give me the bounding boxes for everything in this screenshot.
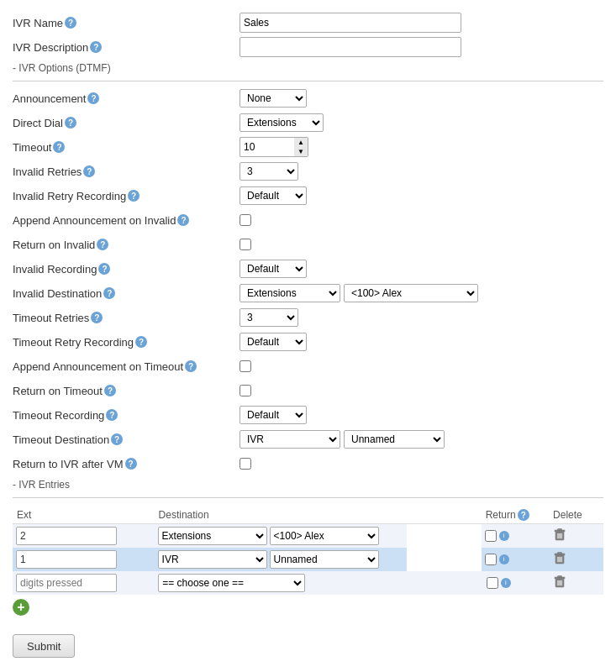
return-to-ivr-help-icon[interactable]: ? bbox=[125, 458, 137, 470]
new-return-info-icon[interactable]: i bbox=[501, 578, 511, 588]
timeout-help-icon[interactable]: ? bbox=[53, 141, 65, 153]
return-on-timeout-row: Return on Timeout ? bbox=[13, 381, 603, 401]
invalid-recording-help-icon[interactable]: ? bbox=[98, 263, 110, 275]
table-row: Extensions IVR Extensions <100> Alex i bbox=[13, 524, 603, 549]
submit-row: Submit bbox=[13, 624, 603, 658]
ivr-name-label: IVR Name ? bbox=[13, 17, 240, 29]
return-on-invalid-row: Return on Invalid ? bbox=[13, 234, 603, 255]
dest-type-select[interactable]: IVR IVR Extensions bbox=[158, 550, 267, 569]
direct-dial-select[interactable]: Extensions bbox=[240, 113, 324, 132]
append-announcement-timeout-checkbox[interactable] bbox=[240, 360, 251, 372]
append-announcement-timeout-help-icon[interactable]: ? bbox=[185, 360, 197, 372]
ivr-entries-section: Ext Destination Return ? Delete Extensio… bbox=[13, 507, 603, 616]
destination-header: Destination bbox=[155, 507, 482, 524]
timeout-retry-recording-select[interactable]: Default bbox=[240, 333, 307, 351]
invalid-retries-label: Invalid Retries ? bbox=[13, 165, 240, 178]
invalid-destination-target-select[interactable]: <100> Alex bbox=[344, 284, 478, 302]
return-checkbox[interactable] bbox=[485, 530, 497, 542]
return-to-ivr-label: Return to IVR after VM ? bbox=[13, 458, 240, 470]
new-ext-input[interactable] bbox=[16, 574, 117, 592]
ivr-name-row: IVR Name ? bbox=[13, 13, 603, 33]
svg-rect-8 bbox=[558, 552, 562, 554]
dest-target-select[interactable]: Unnamed bbox=[270, 550, 379, 569]
direct-dial-help-icon[interactable]: ? bbox=[65, 117, 76, 129]
trash-icon bbox=[552, 528, 567, 543]
timeout-recording-select[interactable]: Default bbox=[240, 406, 307, 424]
return-info-icon[interactable]: i bbox=[499, 531, 509, 541]
invalid-destination-type-select[interactable]: Extensions IVR bbox=[240, 284, 340, 302]
dest-type-select[interactable]: Extensions IVR Extensions bbox=[158, 527, 267, 545]
timeout-retries-label: Timeout Retries ? bbox=[13, 312, 240, 324]
return-on-invalid-label: Return on Invalid ? bbox=[13, 239, 240, 251]
return-on-timeout-checkbox[interactable] bbox=[240, 385, 251, 396]
delete-icon[interactable] bbox=[552, 551, 569, 568]
return-to-ivr-checkbox[interactable] bbox=[240, 458, 251, 470]
ext-input[interactable] bbox=[16, 550, 117, 569]
invalid-destination-help-icon[interactable]: ? bbox=[103, 287, 115, 299]
return-on-timeout-help-icon[interactable]: ? bbox=[104, 385, 116, 396]
append-announcement-invalid-help-icon[interactable]: ? bbox=[177, 214, 189, 226]
timeout-retry-recording-help-icon[interactable]: ? bbox=[135, 336, 147, 348]
append-announcement-invalid-checkbox[interactable] bbox=[240, 214, 251, 226]
ivr-name-input[interactable] bbox=[240, 13, 461, 33]
ext-input[interactable] bbox=[16, 527, 117, 545]
add-entry-button[interactable]: + bbox=[13, 599, 29, 616]
trash-icon bbox=[552, 551, 567, 566]
timeout-recording-row: Timeout Recording ? Default bbox=[13, 405, 603, 425]
append-announcement-timeout-label: Append Announcement on Timeout ? bbox=[13, 360, 240, 373]
timeout-destination-help-icon[interactable]: ? bbox=[111, 433, 123, 445]
ivr-description-help-icon[interactable]: ? bbox=[90, 41, 102, 53]
timeout-decrement-button[interactable]: ▼ bbox=[294, 147, 308, 156]
delete-icon[interactable] bbox=[552, 528, 569, 544]
new-delete-icon[interactable] bbox=[552, 575, 569, 591]
return-on-invalid-checkbox[interactable] bbox=[240, 239, 251, 250]
announcement-select[interactable]: None bbox=[240, 89, 307, 108]
return-on-invalid-help-icon[interactable]: ? bbox=[97, 239, 108, 250]
timeout-retries-select[interactable]: 3 bbox=[240, 308, 298, 327]
timeout-recording-label: Timeout Recording ? bbox=[13, 409, 240, 422]
new-entry-row: == choose one == Extensions IVR i bbox=[13, 571, 603, 595]
invalid-retries-select[interactable]: 3 bbox=[240, 162, 298, 181]
new-destination-select[interactable]: == choose one == Extensions IVR bbox=[158, 574, 305, 592]
announcement-help-icon[interactable]: ? bbox=[87, 92, 99, 104]
ivr-options-header: - IVR Options (DTMF) bbox=[13, 62, 603, 74]
new-entry-table: == choose one == Extensions IVR i bbox=[13, 571, 603, 595]
timeout-increment-button[interactable]: ▲ bbox=[294, 138, 308, 147]
return-header-help-icon[interactable]: ? bbox=[518, 509, 529, 521]
svg-rect-2 bbox=[558, 528, 562, 530]
return-cell: i bbox=[485, 554, 545, 565]
entries-table: Ext Destination Return ? Delete Extensio… bbox=[13, 507, 603, 571]
timeout-destination-type-select[interactable]: IVR Extensions bbox=[240, 430, 340, 449]
new-return-checkbox[interactable] bbox=[487, 577, 498, 589]
trash-icon bbox=[552, 575, 567, 590]
ivr-description-input[interactable] bbox=[240, 37, 461, 57]
submit-button[interactable]: Submit bbox=[13, 634, 75, 658]
invalid-retries-help-icon[interactable]: ? bbox=[83, 165, 95, 177]
ivr-description-row: IVR Description ? bbox=[13, 37, 603, 57]
return-on-timeout-label: Return on Timeout ? bbox=[13, 385, 240, 397]
invalid-destination-label: Invalid Destination ? bbox=[13, 287, 240, 300]
timeout-retry-recording-label: Timeout Retry Recording ? bbox=[13, 336, 240, 349]
timeout-destination-row: Timeout Destination ? IVR Extensions Unn… bbox=[13, 429, 603, 449]
timeout-destination-label: Timeout Destination ? bbox=[13, 433, 240, 446]
ivr-name-help-icon[interactable]: ? bbox=[65, 17, 76, 29]
return-info-icon[interactable]: i bbox=[499, 554, 509, 564]
invalid-retry-recording-help-icon[interactable]: ? bbox=[128, 190, 140, 202]
timeout-retries-row: Timeout Retries ? 3 bbox=[13, 307, 603, 328]
dest-target-select[interactable]: <100> Alex bbox=[270, 527, 379, 545]
invalid-retry-recording-select[interactable]: Default bbox=[240, 186, 307, 205]
ivr-description-label: IVR Description ? bbox=[13, 41, 240, 54]
timeout-recording-help-icon[interactable]: ? bbox=[106, 409, 118, 421]
invalid-recording-select[interactable]: Default bbox=[240, 260, 307, 278]
return-checkbox[interactable] bbox=[485, 554, 497, 565]
direct-dial-row: Direct Dial ? Extensions bbox=[13, 113, 603, 133]
timeout-retries-help-icon[interactable]: ? bbox=[91, 312, 103, 323]
append-announcement-invalid-row: Append Announcement on Invalid ? bbox=[13, 210, 603, 230]
return-to-ivr-row: Return to IVR after VM ? bbox=[13, 454, 603, 474]
timeout-destination-target-select[interactable]: Unnamed bbox=[344, 430, 445, 449]
timeout-retry-recording-row: Timeout Retry Recording ? Default bbox=[13, 332, 603, 352]
table-header-row: Ext Destination Return ? Delete bbox=[13, 507, 603, 524]
announcement-label: Announcement ? bbox=[13, 92, 240, 105]
svg-rect-14 bbox=[557, 575, 561, 577]
timeout-input[interactable] bbox=[240, 137, 294, 157]
